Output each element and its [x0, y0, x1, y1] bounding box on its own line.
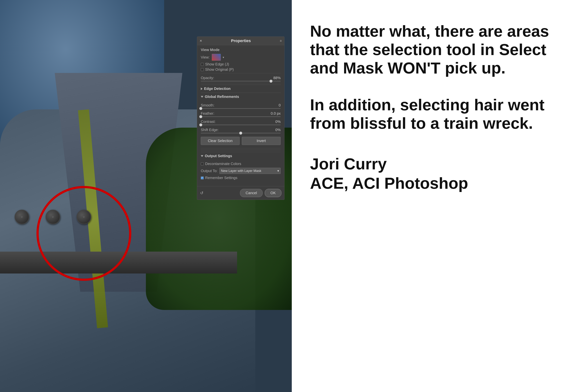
output-settings-section: Output Settings Decontaminate Colors Out…	[201, 150, 281, 180]
shift-edge-slider[interactable]	[201, 133, 281, 134]
remember-settings-checkbox[interactable]	[201, 176, 204, 180]
contrast-value: 0%	[275, 120, 281, 124]
shift-edge-row: Shift Edge: 0%	[201, 128, 281, 132]
invert-button[interactable]: Invert	[242, 137, 281, 145]
view-thumbnail[interactable]	[212, 54, 221, 61]
divider-1	[201, 73, 281, 73]
show-edge-checkbox[interactable]	[201, 63, 204, 66]
contrast-slider[interactable]	[201, 124, 281, 125]
decontaminate-checkbox[interactable]	[201, 162, 204, 165]
view-dropdown-arrow-icon[interactable]: ▾	[223, 56, 224, 59]
output-settings-arrow-icon	[201, 155, 203, 157]
remember-settings-label: Remember Settings	[205, 176, 238, 180]
feather-value: 0.0 px	[271, 112, 281, 116]
author-name-text: Jori Curry	[310, 155, 387, 173]
output-to-row: Output To: New Layer with Layer Mask ▾	[201, 168, 281, 174]
action-buttons-row: Clear Selection Invert	[201, 137, 281, 145]
feather-slider[interactable]	[201, 116, 281, 117]
edge-detection-header[interactable]: Edge Detection	[201, 84, 281, 92]
output-to-value: New Layer with Layer Mask	[221, 169, 261, 173]
output-to-select[interactable]: New Layer with Layer Mask ▾	[220, 168, 281, 174]
show-edge-label: Show Edge (J)	[205, 62, 229, 66]
divider-2	[201, 83, 281, 83]
view-label: View:	[201, 55, 210, 60]
red-circle-annotation	[36, 186, 131, 281]
divider-3	[201, 148, 281, 148]
reset-icon[interactable]: ↺	[200, 191, 203, 196]
panel-footer: ↺ Cancel OK	[197, 186, 284, 200]
shift-edge-label: Shift Edge:	[201, 128, 219, 132]
panel-title: Properties	[231, 38, 251, 43]
secondary-paragraph: In addition, selecting hair went from bl…	[310, 96, 567, 132]
panel-close-icon[interactable]: ×	[200, 38, 202, 43]
ok-button[interactable]: OK	[265, 189, 282, 197]
cancel-button[interactable]: Cancel	[240, 189, 262, 197]
shift-edge-value: 0%	[275, 128, 281, 132]
feather-label: Feather:	[201, 112, 214, 116]
output-to-dropdown-icon: ▾	[277, 169, 279, 173]
global-refinements-arrow-icon	[201, 96, 203, 98]
photo-background: × Properties ≡ View Mode View: ▾ Show Ed…	[0, 0, 292, 392]
smooth-value: 0	[279, 103, 281, 108]
contrast-row: Contrast: 0%	[201, 120, 281, 124]
decontaminate-row: Decontaminate Colors	[201, 162, 281, 166]
output-settings-label: Output Settings	[205, 154, 232, 158]
panel-body: View Mode View: ▾ Show Edge (J) Show Ori…	[197, 45, 284, 186]
view-row: View: ▾	[201, 54, 281, 61]
author-title-text: ACE, ACI Photoshop	[310, 174, 468, 192]
opacity-value: 88%	[273, 76, 281, 80]
show-edge-row: Show Edge (J)	[201, 62, 281, 66]
edge-detection-arrow-icon	[201, 88, 202, 90]
panel-titlebar: × Properties ≡	[197, 37, 284, 45]
text-section: No matter what, there are areas that the…	[292, 0, 585, 392]
global-refinements-header[interactable]: Global Refinements	[201, 92, 281, 101]
view-mode-header: View Mode	[201, 48, 281, 52]
clear-selection-button[interactable]: Clear Selection	[201, 137, 240, 145]
output-settings-header[interactable]: Output Settings	[201, 152, 281, 160]
show-original-row: Show Original (P)	[201, 68, 281, 72]
show-original-label: Show Original (P)	[205, 68, 234, 72]
contrast-label: Contrast:	[201, 120, 216, 124]
opacity-row: Opacity: 88%	[201, 76, 281, 80]
output-to-label: Output To:	[201, 169, 218, 173]
smooth-label: Smooth:	[201, 103, 214, 108]
jacket-button-1	[14, 210, 29, 224]
main-paragraph: No matter what, there are areas that the…	[310, 22, 567, 77]
global-refinements-label: Global Refinements	[205, 95, 239, 99]
remember-settings-row: Remember Settings	[201, 176, 281, 180]
show-original-checkbox[interactable]	[201, 68, 204, 71]
decontaminate-label: Decontaminate Colors	[205, 162, 241, 166]
smooth-slider[interactable]	[201, 108, 281, 109]
properties-panel: × Properties ≡ View Mode View: ▾ Show Ed…	[197, 36, 284, 200]
opacity-label: Opacity:	[201, 76, 214, 80]
opacity-slider[interactable]	[201, 81, 281, 82]
edge-detection-label: Edge Detection	[204, 86, 231, 91]
feather-row: Feather: 0.0 px	[201, 112, 281, 116]
author-name: Jori Curry ACE, ACI Photoshop	[310, 154, 567, 193]
photo-section: × Properties ≡ View Mode View: ▾ Show Ed…	[0, 0, 292, 392]
smooth-row: Smooth: 0	[201, 103, 281, 108]
panel-menu-icon[interactable]: ≡	[280, 39, 282, 43]
